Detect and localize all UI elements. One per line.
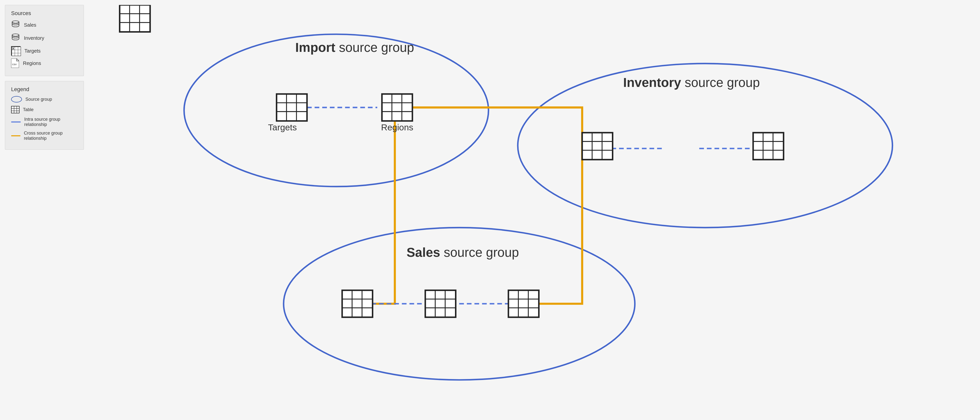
database-icon-sales: [11, 20, 20, 30]
left-panel: Sources Sales: [5, 5, 84, 415]
svg-rect-14: [277, 94, 307, 121]
sales-table-2: [425, 291, 456, 317]
cross-line-icon: [11, 135, 21, 136]
cross-line-inventory-to-sales: [518, 145, 582, 304]
svg-rect-19: [382, 94, 412, 121]
sources-title: Sources: [11, 10, 78, 16]
source-label-targets: Targets: [24, 48, 41, 54]
import-group-ellipse: [184, 34, 488, 187]
svg-text:X: X: [12, 47, 14, 50]
svg-text:CSV: CSV: [12, 63, 17, 65]
legend-item-intra: Intra source group relationship: [11, 117, 78, 127]
regions-node-label: Regions: [381, 123, 413, 133]
svg-rect-44: [425, 291, 456, 317]
import-group-label: Import source group: [295, 40, 414, 54]
inventory-table-3: [753, 133, 783, 160]
intra-line-icon: [11, 121, 21, 123]
targets-table-node: [277, 94, 307, 121]
svg-rect-29: [120, 5, 150, 32]
legend-item-table: Table: [11, 106, 78, 113]
svg-point-0: [12, 21, 19, 23]
svg-point-1: [12, 34, 19, 36]
inventory-table-2: [120, 5, 150, 32]
legend-panel: Legend Source group Table Intra source g…: [5, 81, 84, 150]
sales-table-1: [342, 291, 372, 317]
legend-title: Legend: [11, 86, 78, 93]
source-label-regions: Regions: [23, 61, 41, 66]
targets-node-label: Targets: [268, 123, 297, 133]
legend-table-icon: [11, 106, 19, 113]
svg-rect-24: [582, 133, 612, 160]
excel-icon-targets: X: [11, 46, 21, 56]
legend-item-cross: Cross source group relationship: [11, 131, 78, 141]
svg-rect-9: [11, 106, 19, 113]
inventory-group-label: Inventory source group: [623, 75, 760, 89]
legend-label-table: Table: [23, 107, 33, 112]
diagram-svg: Targets Regions: [84, 5, 975, 415]
legend-label-source-group: Source group: [25, 97, 52, 102]
source-label-inventory: Inventory: [24, 35, 44, 41]
sources-panel: Sources Sales: [5, 5, 84, 76]
cross-line-import-to-sales: [342, 107, 395, 304]
diagram-area: Targets Regions: [84, 5, 975, 415]
source-item-regions: CSV Regions: [11, 59, 78, 68]
sales-group-label: Sales source group: [407, 245, 519, 260]
legend-item-source-group: Source group: [11, 96, 78, 102]
source-item-targets: X Targets: [11, 46, 78, 56]
legend-ellipse-icon: [11, 96, 22, 102]
regions-table-node: [382, 94, 412, 121]
csv-icon-regions: CSV: [11, 59, 19, 68]
source-item-sales: Sales: [11, 20, 78, 30]
inventory-table-1: [582, 133, 612, 160]
database-icon-inventory: [11, 33, 20, 43]
legend-label-intra: Intra source group relationship: [24, 117, 78, 127]
svg-rect-39: [342, 291, 372, 317]
sales-table-3: [509, 291, 539, 317]
source-label-sales: Sales: [24, 22, 36, 28]
svg-rect-34: [753, 133, 783, 160]
svg-rect-49: [509, 291, 539, 317]
source-item-inventory: Inventory: [11, 33, 78, 43]
legend-label-cross: Cross source group relationship: [24, 131, 78, 141]
